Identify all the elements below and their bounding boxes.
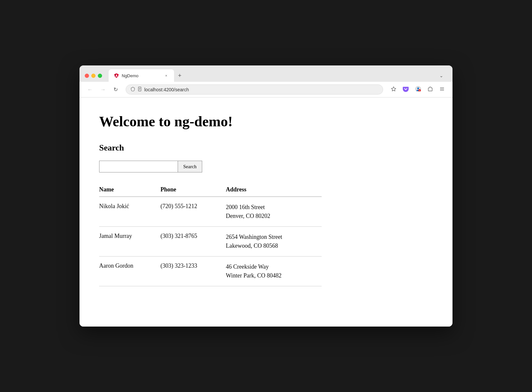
tab-list-chevron[interactable]: ⌄ xyxy=(435,69,447,82)
cell-name: Nikola Jokić xyxy=(99,197,160,227)
table-row: Jamal Murray(303) 321-87652654 Washingto… xyxy=(99,227,322,257)
cell-phone: (303) 321-8765 xyxy=(160,227,226,257)
col-header-address: Address xyxy=(226,183,322,197)
table-row: Nikola Jokić(720) 555-12122000 16th Stre… xyxy=(99,197,322,227)
page-icon xyxy=(138,87,142,92)
svg-point-10 xyxy=(417,87,419,89)
tab-title: NgDemo xyxy=(122,73,161,78)
search-button[interactable]: Search xyxy=(178,161,202,172)
search-input[interactable] xyxy=(99,161,178,172)
angular-logo-icon xyxy=(114,73,119,78)
table-header-row: Name Phone Address xyxy=(99,183,322,197)
traffic-lights xyxy=(85,74,102,78)
search-form: Search xyxy=(99,161,433,172)
svg-text:A: A xyxy=(419,90,420,92)
browser-window: NgDemo × + ⌄ ← → ↻ xyxy=(80,65,452,327)
search-section-title: Search xyxy=(99,143,433,153)
page-heading: Welcome to ng-demo! xyxy=(99,113,433,130)
reload-button[interactable]: ↻ xyxy=(111,85,120,94)
url-text: localhost:4200/search xyxy=(144,87,378,92)
page-content: Welcome to ng-demo! Search Search Name P… xyxy=(80,98,452,327)
address-bar[interactable]: localhost:4200/search xyxy=(126,84,383,95)
cell-address: 2654 Washington StreetLakewood, CO 80568 xyxy=(226,227,322,257)
pocket-button[interactable] xyxy=(400,85,411,95)
maximize-window-button[interactable] xyxy=(98,74,102,78)
back-button[interactable]: ← xyxy=(85,85,95,94)
extensions-button[interactable] xyxy=(425,85,435,94)
svg-marker-8 xyxy=(391,87,396,91)
col-header-name: Name xyxy=(99,183,160,197)
col-header-phone: Phone xyxy=(160,183,226,197)
toolbar-icons: A xyxy=(388,85,447,95)
bookmark-button[interactable] xyxy=(388,85,399,94)
cell-address: 46 Creekside WayWinter Park, CO 80482 xyxy=(226,257,322,286)
cell-name: Jamal Murray xyxy=(99,227,160,257)
cell-address: 2000 16th StreetDenver, CO 80202 xyxy=(226,197,322,227)
table-body: Nikola Jokić(720) 555-12122000 16th Stre… xyxy=(99,197,322,286)
cell-phone: (303) 323-1233 xyxy=(160,257,226,286)
menu-button[interactable] xyxy=(437,85,447,94)
table-row: Aaron Gordon(303) 323-123346 Creekside W… xyxy=(99,257,322,286)
shield-icon xyxy=(131,87,135,92)
tab-close-button[interactable]: × xyxy=(164,73,169,78)
minimize-window-button[interactable] xyxy=(91,74,96,78)
table-header: Name Phone Address xyxy=(99,183,322,197)
toolbar: ← → ↻ localhost:4200/search xyxy=(80,82,452,98)
active-tab[interactable]: NgDemo × xyxy=(109,69,174,82)
cell-name: Aaron Gordon xyxy=(99,257,160,286)
cell-phone: (720) 555-1212 xyxy=(160,197,226,227)
forward-button[interactable]: → xyxy=(98,85,108,94)
new-tab-button[interactable]: + xyxy=(174,69,186,82)
results-table: Name Phone Address Nikola Jokić(720) 555… xyxy=(99,183,322,286)
tabs-container: NgDemo × + ⌄ xyxy=(109,69,447,82)
close-window-button[interactable] xyxy=(85,74,89,78)
profile-button[interactable]: A xyxy=(413,85,424,95)
title-bar: NgDemo × + ⌄ xyxy=(80,65,452,82)
